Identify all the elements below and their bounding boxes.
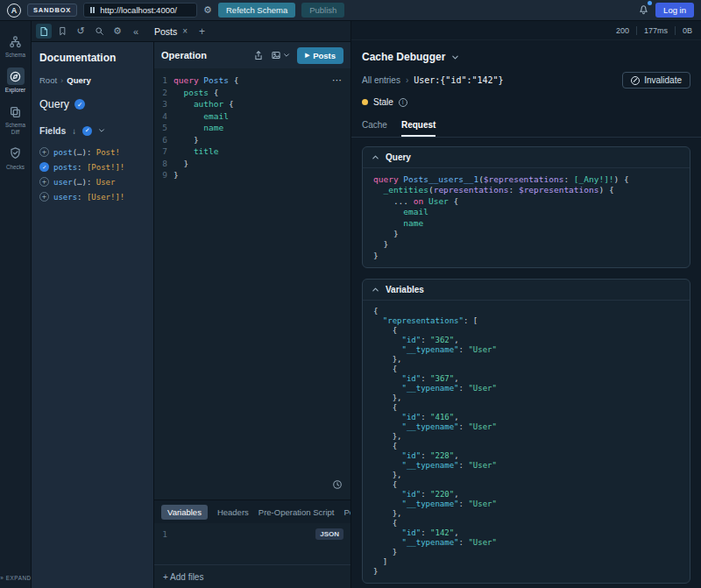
apollo-logo[interactable]: A bbox=[7, 4, 21, 18]
query-selected-check-icon[interactable]: ✓ bbox=[74, 99, 85, 110]
fields-filter-check-icon[interactable]: ✓ bbox=[82, 126, 92, 136]
breadcrumb-root-link[interactable]: Root bbox=[39, 75, 57, 85]
tab-request[interactable]: Request bbox=[401, 115, 435, 137]
response-status-bar: 200 177ms 0B bbox=[351, 21, 701, 40]
fields-sort-icon[interactable]: ↓ bbox=[72, 126, 76, 136]
add-field-icon[interactable]: + bbox=[39, 147, 49, 157]
apollo-logo-letter: A bbox=[11, 6, 18, 15]
endpoint-url-input[interactable]: http://localhost:4000/ bbox=[83, 3, 197, 18]
status-code: 200 bbox=[616, 26, 629, 35]
json-format-badge[interactable]: JSON bbox=[315, 528, 343, 540]
breadcrumb-chevron: › bbox=[60, 75, 63, 85]
breadcrumb-chevron: › bbox=[406, 75, 408, 85]
topbar: A SANDBOX http://localhost:4000/ ⚙ Refet… bbox=[0, 0, 701, 21]
tab-post-operation-script[interactable]: Post-Operation Script bbox=[343, 507, 350, 517]
history-icon[interactable]: ↺ bbox=[73, 24, 89, 39]
tab-headers[interactable]: Headers bbox=[217, 507, 249, 517]
add-field-icon[interactable]: + bbox=[39, 192, 49, 202]
breadcrumb-current: Query bbox=[67, 75, 90, 85]
notification-dot bbox=[648, 1, 652, 5]
request-detail-scroll[interactable]: Query query Posts__users__1($representat… bbox=[351, 138, 701, 588]
refetch-schema-button[interactable]: Refetch Schema bbox=[218, 3, 295, 18]
field-row-users[interactable]: + users: [User!]! bbox=[39, 189, 145, 204]
search-icon[interactable] bbox=[91, 24, 107, 39]
add-files-button[interactable]: + Add files bbox=[154, 564, 350, 588]
operations-doc-icon[interactable] bbox=[36, 24, 52, 39]
sidebar-item-schema[interactable]: Schema bbox=[1, 30, 31, 60]
cache-debugger-chevron-down-icon bbox=[451, 53, 459, 61]
expand-rail-button[interactable]: » EXPAND bbox=[0, 575, 32, 581]
share-operation-icon[interactable] bbox=[253, 50, 264, 60]
sidebar-item-schema-diff[interactable]: Schema Diff bbox=[1, 100, 31, 137]
left-rail: Schema Explorer Schema Diff Checks » EXP… bbox=[0, 21, 32, 588]
request-variables-json: { "representations": [ { "id": "362", "_… bbox=[363, 301, 690, 583]
stale-dot-icon bbox=[362, 99, 368, 105]
publish-button[interactable]: Publish bbox=[301, 3, 344, 18]
stale-label: Stale bbox=[373, 97, 393, 107]
operation-more-menu-icon[interactable]: ⋯ bbox=[332, 74, 343, 86]
field-selected-check-icon[interactable]: ✓ bbox=[39, 162, 49, 172]
operation-editor[interactable]: 123456789 query Posts { posts { author {… bbox=[154, 68, 350, 499]
status-divider bbox=[675, 26, 676, 35]
collapse-chevron-up-icon bbox=[372, 153, 379, 161]
operation-code[interactable]: query Posts { posts { author { email nam… bbox=[173, 74, 238, 499]
notifications-bell-icon[interactable] bbox=[638, 4, 649, 17]
add-field-icon[interactable]: + bbox=[39, 177, 49, 187]
connection-settings-gear-icon[interactable]: ⚙ bbox=[203, 5, 212, 15]
tab-cache[interactable]: Cache bbox=[362, 115, 387, 137]
save-operation-icon[interactable] bbox=[271, 50, 290, 60]
field-row-posts[interactable]: ✓ posts: [Post!]! bbox=[39, 159, 145, 174]
documentation-panel: Documentation Root › Query Query ✓ Field… bbox=[32, 42, 154, 588]
field-signature: users: [User!]! bbox=[53, 193, 124, 202]
documentation-title: Documentation bbox=[39, 52, 145, 64]
variables-editor-row[interactable]: 1 JSON bbox=[154, 523, 350, 544]
collapse-panel-icon[interactable]: « bbox=[128, 24, 144, 39]
field-row-post[interactable]: + post(…): Post! bbox=[39, 145, 145, 159]
tab-pre-operation-script[interactable]: Pre-Operation Script bbox=[258, 507, 335, 517]
cache-breadcrumb: All entries › User:{"id":"142"} Invalida… bbox=[351, 68, 701, 94]
close-tab-icon[interactable]: × bbox=[182, 26, 188, 36]
query-card-header[interactable]: Query bbox=[363, 147, 690, 168]
field-signature: post(…): Post! bbox=[53, 148, 120, 157]
cache-debugger-dropdown[interactable]: Cache Debugger bbox=[351, 40, 701, 68]
tab-variables[interactable]: Variables bbox=[161, 505, 208, 520]
sidebar-label-checks: Checks bbox=[6, 164, 25, 170]
new-tab-button[interactable]: + bbox=[199, 25, 205, 38]
pause-polling-icon[interactable] bbox=[90, 7, 95, 13]
field-signature: posts: [Post!]! bbox=[53, 163, 124, 172]
explorer-icon bbox=[7, 67, 25, 85]
invalidate-button[interactable]: Invalidate bbox=[622, 72, 690, 89]
collapse-chevron-up-icon bbox=[372, 286, 379, 294]
login-button[interactable]: Log in bbox=[655, 3, 694, 18]
operation-panel: Operation ▶ Posts 123456789 query Posts … bbox=[154, 42, 350, 588]
info-icon[interactable]: i bbox=[399, 98, 407, 107]
variables-card: Variables { "representations": [ { "id":… bbox=[362, 279, 690, 584]
all-entries-link[interactable]: All entries bbox=[362, 75, 400, 85]
explorer-settings-gear-icon[interactable]: ⚙ bbox=[110, 24, 125, 39]
query-type-title: Query bbox=[39, 98, 69, 110]
tab-posts[interactable]: Posts × bbox=[154, 26, 188, 37]
sidebar-item-explorer[interactable]: Explorer bbox=[1, 65, 31, 96]
variables-line-number: 1 bbox=[154, 529, 173, 539]
endpoint-url-text[interactable]: http://localhost:4000/ bbox=[100, 5, 177, 15]
variables-card-header[interactable]: Variables bbox=[363, 280, 690, 301]
fields-header: Fields ↓ ✓ bbox=[39, 125, 145, 136]
cache-debugger-title: Cache Debugger bbox=[362, 51, 445, 63]
sandbox-badge: SANDBOX bbox=[27, 4, 77, 17]
request-query-code: query Posts__users__1($representations: … bbox=[363, 168, 690, 267]
query-card: Query query Posts__users__1($representat… bbox=[362, 146, 690, 268]
tab-posts-label: Posts bbox=[154, 26, 177, 37]
fields-chevron-down-icon[interactable] bbox=[98, 127, 105, 134]
operation-title: Operation bbox=[161, 50, 246, 60]
field-signature: user(…): User bbox=[53, 178, 115, 187]
variables-card-title: Variables bbox=[386, 285, 424, 294]
stale-status-row: Stale i bbox=[351, 94, 701, 115]
bookmark-icon[interactable] bbox=[54, 24, 70, 39]
operation-history-clock-icon[interactable] bbox=[332, 478, 343, 493]
status-duration: 177ms bbox=[644, 26, 668, 35]
sidebar-item-checks[interactable]: Checks bbox=[1, 142, 31, 173]
variables-editor-space[interactable] bbox=[154, 544, 350, 564]
explorer-toolbar: ↺ ⚙ « Posts × + bbox=[32, 21, 350, 42]
field-row-user[interactable]: + user(…): User bbox=[39, 174, 145, 189]
run-operation-button[interactable]: ▶ Posts bbox=[297, 47, 343, 64]
